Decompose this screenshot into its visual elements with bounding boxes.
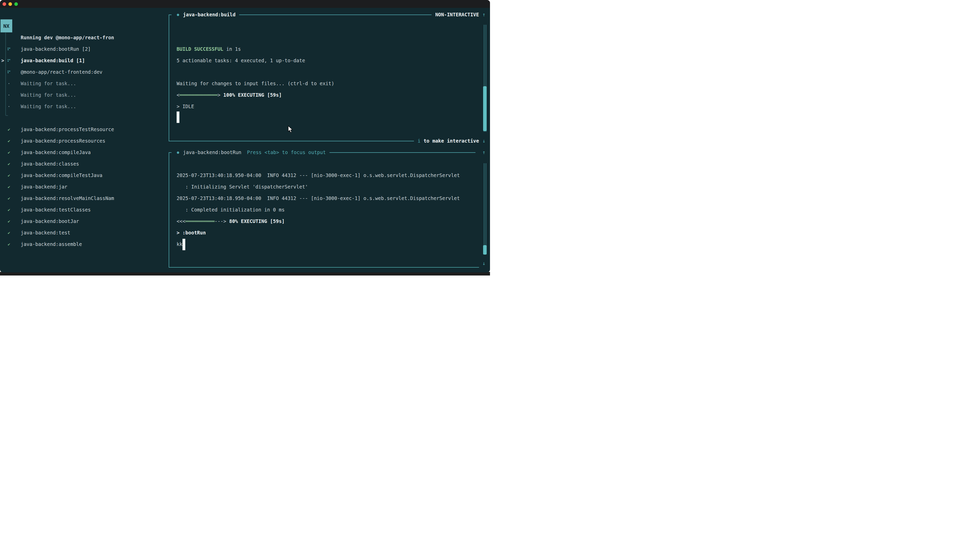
text-segment: ---> xyxy=(215,218,226,224)
task-status-icon xyxy=(6,55,12,66)
text-segment: 2025-07-23T13:40:18.950-04:00 INFO 44312… xyxy=(177,172,460,178)
task-name: java-backend:testClasses xyxy=(21,204,91,216)
task-status-icon: ✔ xyxy=(6,147,12,158)
task-row[interactable]: java-backend:build [1]Continuous xyxy=(0,55,167,66)
check-icon: ✔ xyxy=(8,135,10,147)
task-name: @mono-app/react-frontend:dev xyxy=(21,66,102,78)
titlebar[interactable] xyxy=(0,0,490,8)
task-status-icon: · xyxy=(6,78,12,89)
scroll-down-icon[interactable]: ↓ xyxy=(480,135,488,147)
task-status-icon: ✔ xyxy=(6,181,12,192)
task-name: java-backend:processResources xyxy=(21,135,105,147)
terminal-line: kk xyxy=(177,238,183,250)
task-row[interactable]: java-backend:bootRun [2]Continuous xyxy=(0,43,167,55)
task-name: java-backend:test xyxy=(21,227,70,238)
text-segment: 5 actionable tasks: 4 executed, 1 up-to-… xyxy=(177,58,305,63)
terminal-line: 5 actionable tasks: 4 executed, 1 up-to-… xyxy=(177,55,305,66)
task-row[interactable]: ✔java-backend:compileJava4.3s xyxy=(0,147,167,158)
task-name: Waiting for task... xyxy=(21,101,76,112)
task-status-icon: ✔ xyxy=(6,135,12,147)
task-row[interactable]: ·Waiting for task... xyxy=(0,78,167,89)
minimize-button[interactable] xyxy=(8,2,12,6)
check-icon: ✔ xyxy=(8,216,10,227)
terminal-line: 2025-07-23T13:40:18.950-04:00 INFO 44312… xyxy=(177,192,460,204)
scroll-up-icon[interactable]: ↑ xyxy=(480,147,488,158)
task-name: java-backend:compileTestJava xyxy=(21,170,102,181)
task-name: java-backend:bootRun [2] xyxy=(21,43,91,55)
noninteractive-badge: NON-INTERACTIVE xyxy=(435,9,479,21)
text-segment: : Completed initialization in 0 ms xyxy=(177,207,285,213)
task-row[interactable]: ✔java-backend:compileTestJava808ms xyxy=(0,170,167,181)
maximize-button[interactable] xyxy=(14,2,18,6)
task-row[interactable]: ·Waiting for task... xyxy=(0,89,167,101)
scroll-up-icon[interactable]: ↑ xyxy=(480,9,488,21)
terminal-window: NX Running dev @mono-app/react-fron Dura… xyxy=(0,0,490,272)
terminal-line: <<<══════════---> 80% EXECUTING [59s] xyxy=(177,216,285,227)
status-bar: ← 1/2 → quit: q help: ? xyxy=(0,262,490,272)
task-row[interactable]: ✔java-backend:bootJar1.1s xyxy=(0,216,167,227)
sidebar-header-row: Running dev @mono-app/react-fron Duratio… xyxy=(0,21,167,32)
task-status-icon: · xyxy=(6,89,12,101)
pending-dot-icon: · xyxy=(7,89,10,101)
spinner-icon xyxy=(8,59,10,62)
scrollbar-thumb[interactable] xyxy=(483,86,487,131)
spinner-icon xyxy=(8,70,10,74)
text-segment: kk xyxy=(177,241,183,247)
task-status-icon xyxy=(6,66,12,78)
task-status-icon xyxy=(6,43,12,55)
check-icon: ✔ xyxy=(8,158,10,170)
text-cursor xyxy=(177,111,180,123)
task-row[interactable]: ✔java-backend:processTestResource889ms xyxy=(0,124,167,135)
task-name: java-backend:build [1] xyxy=(21,55,85,66)
panel-bootrun-title: java-backend:bootRun xyxy=(183,147,242,158)
interactive-hint-key: i xyxy=(417,135,420,147)
text-segment: in 1s xyxy=(223,46,241,52)
task-row[interactable]: @mono-app/react-frontend:devContinuous xyxy=(0,66,167,78)
terminal-line: : Initializing Servlet 'dispatcherServle… xyxy=(177,181,308,192)
panel-bootrun-header[interactable]: ● java-backend:bootRun Press <tab> to fo… xyxy=(169,147,479,158)
check-icon: ✔ xyxy=(8,181,10,192)
text-segment: ══════════ xyxy=(185,218,215,224)
task-row[interactable]: ·Waiting for task... xyxy=(0,101,167,112)
close-button[interactable] xyxy=(3,2,6,6)
text-segment: > :bootRun xyxy=(177,230,206,235)
task-row[interactable]: ✔java-backend:assemble774ms xyxy=(0,238,167,250)
task-row[interactable]: ✔java-backend:test734ms xyxy=(0,227,167,238)
terminal-line: <═════════════> 100% EXECUTING [59s] xyxy=(177,89,282,101)
panel-border-line xyxy=(169,141,414,141)
task-row[interactable]: ✔java-backend:jar1.4s xyxy=(0,181,167,192)
task-row[interactable]: ✔java-backend:resolveMainClassNam1.5s xyxy=(0,192,167,204)
check-icon: ✔ xyxy=(8,147,10,158)
terminal-line: > IDLE xyxy=(177,101,194,112)
focus-output-hint: Press <tab> to focus output xyxy=(247,147,326,158)
mouse-cursor-icon xyxy=(288,125,294,133)
task-status-icon: ✔ xyxy=(6,238,12,250)
task-row[interactable]: ✔java-backend:processResources1.0s xyxy=(0,135,167,147)
text-segment: ═════════════ xyxy=(180,92,218,98)
task-row[interactable]: ✔java-backend:classes1.1s xyxy=(0,158,167,170)
task-status-icon: ✔ xyxy=(6,158,12,170)
task-status-icon: ✔ xyxy=(6,124,12,135)
task-name: Waiting for task... xyxy=(21,89,76,101)
text-segment: 2025-07-23T13:40:18.950-04:00 INFO 44312… xyxy=(177,195,460,201)
task-status-icon: ✔ xyxy=(6,204,12,216)
panel-build-footer: i to make interactive xyxy=(169,135,479,147)
pending-dot-icon: · xyxy=(7,101,10,112)
task-name: java-backend:assemble xyxy=(21,238,82,250)
task-row[interactable]: ✔java-backend:testClasses1.3s xyxy=(0,204,167,216)
terminal-line: BUILD SUCCESSFUL in 1s xyxy=(177,43,241,55)
text-segment xyxy=(226,218,229,224)
scrollbar-thumb[interactable] xyxy=(483,245,487,254)
text-segment: > IDLE xyxy=(177,103,194,109)
task-status-icon: ✔ xyxy=(6,216,12,227)
text-cursor xyxy=(183,239,185,250)
task-name: java-backend:processTestResource xyxy=(21,124,114,135)
check-icon: ✔ xyxy=(8,124,10,135)
spinner-icon xyxy=(8,48,10,51)
panel-build-header[interactable]: ● java-backend:build NON-INTERACTIVE xyxy=(169,9,479,21)
panel-border-line xyxy=(239,14,431,15)
scrollbar-track[interactable] xyxy=(484,163,486,254)
task-name: java-backend:jar xyxy=(21,181,67,192)
desktop-strip xyxy=(0,272,490,275)
terminal-line: Waiting for changes to input files... (c… xyxy=(177,78,334,89)
